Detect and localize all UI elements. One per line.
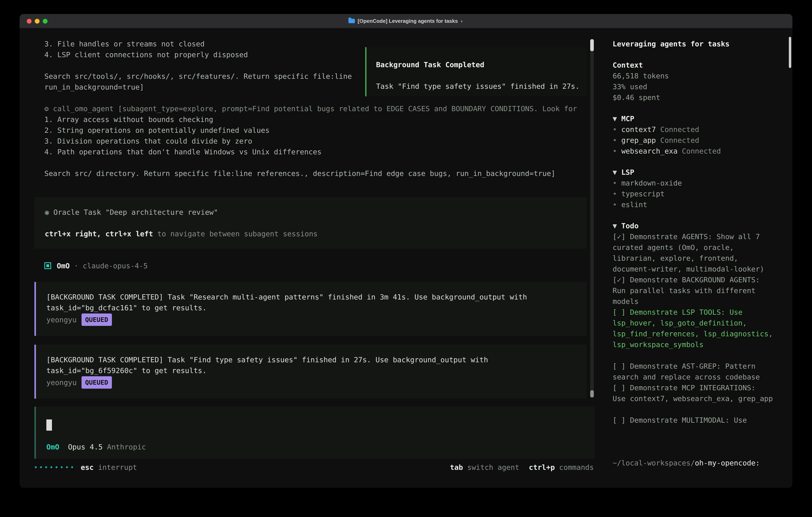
minimize-button[interactable] bbox=[35, 19, 39, 23]
session-title: Leveraging agents for tasks bbox=[613, 38, 780, 49]
status-left: esc interrupt bbox=[35, 463, 137, 471]
cmd-key-label: commands bbox=[555, 463, 594, 471]
notification-body: Task "Find type safety issues" finished … bbox=[376, 81, 577, 91]
workspace-prefix: ~/local-workspaces/ bbox=[613, 459, 695, 467]
todo-item: [ ] Demonstrate AST-GREP: Pattern search… bbox=[613, 361, 780, 382]
moon-icon: ◐ bbox=[461, 18, 464, 24]
window-title: [OpenCode] Leveraging agents for tasks bbox=[358, 18, 458, 24]
mcp-heading: ▼ MCP bbox=[613, 113, 780, 124]
window-title-group: [OpenCode] Leveraging agents for tasks ◐ bbox=[348, 18, 464, 24]
gear-icon: ⚙ bbox=[45, 104, 49, 113]
mcp-item: • websearch_exa Connected bbox=[613, 145, 780, 156]
input-model-info: OmO Opus 4.5 Anthropic bbox=[46, 441, 146, 452]
todo-heading: ▼ Todo bbox=[613, 220, 780, 231]
bullet-icon: • bbox=[613, 125, 621, 134]
agent-separator: · bbox=[70, 262, 83, 270]
esc-key-hint: esc bbox=[81, 463, 94, 471]
mcp-item: • grep_app Connected bbox=[613, 135, 780, 145]
bullet-icon: • bbox=[613, 147, 621, 155]
context-spent: $0.46 spent bbox=[613, 92, 780, 103]
agent-name: OmO bbox=[57, 262, 70, 270]
context-section: Context 66,518 tokens 33% used $0.46 spe… bbox=[613, 60, 780, 103]
notification-title: Background Task Completed bbox=[376, 59, 577, 70]
opencode-window: [OpenCode] Leveraging agents for tasks ◐… bbox=[20, 14, 792, 488]
status-bar: esc interrupt tab switch agent ctrl+p co… bbox=[20, 462, 604, 472]
todo-item: [ ] Demonstrate LSP TOOLS: Use lsp_hover… bbox=[613, 307, 780, 350]
blank-line bbox=[45, 218, 576, 228]
oracle-task-title: ◉ Oracle Task "Deep architecture review" bbox=[45, 207, 576, 218]
close-button[interactable] bbox=[27, 19, 32, 23]
input-provider: Anthropic bbox=[107, 443, 146, 451]
status-badge: QUEUED bbox=[82, 314, 112, 326]
todo-item: [ ] Demonstrate MCP INTEGRATIONS: Use co… bbox=[613, 382, 780, 404]
scrollbar-thumb[interactable] bbox=[590, 390, 594, 398]
agent-model: claude-opus-4-5 bbox=[83, 262, 148, 270]
lsp-section: ▼ LSP • markdown-oxide • typescript • es… bbox=[613, 167, 780, 210]
oracle-hint: ctrl+x right, ctrl+x left to navigate be… bbox=[45, 228, 576, 239]
message-author: yeongyu bbox=[46, 314, 77, 325]
prompt-input[interactable]: OmO Opus 4.5 Anthropic bbox=[34, 407, 594, 459]
message-text: task_id="bg_6f59260c" to get results. bbox=[46, 365, 576, 376]
zoom-button[interactable] bbox=[43, 19, 48, 23]
main-scrollbar[interactable] bbox=[590, 39, 594, 398]
bullet-icon: • bbox=[613, 179, 621, 187]
bullet-icon: • bbox=[613, 190, 621, 198]
chevron-down-icon: ▼ bbox=[613, 168, 621, 176]
terminal-line: Search src/ directory. Return specific f… bbox=[20, 168, 604, 179]
message-block: [BACKGROUND TASK COMPLETED] Task "Resear… bbox=[34, 282, 587, 336]
sidebar: Leveraging agents for tasks Context 66,5… bbox=[604, 28, 792, 488]
agent-header: OmO · claude-opus-4-5 bbox=[20, 260, 604, 271]
sidebar-scrollbar-thumb[interactable] bbox=[789, 37, 791, 68]
terminal-line: 3. Division operations that could divide… bbox=[20, 136, 604, 146]
message-text: task_id="bg_dcfac161" to get results. bbox=[46, 302, 576, 313]
screen: [OpenCode] Leveraging agents for tasks ◐… bbox=[0, 0, 812, 517]
terminal-pane: 3. File handles or streams not closed 4.… bbox=[20, 28, 604, 488]
text-cursor bbox=[46, 419, 52, 431]
cmd-key-hint: ctrl+p bbox=[529, 463, 555, 471]
input-agent: OmO bbox=[46, 443, 59, 451]
scrollbar-thumb[interactable] bbox=[590, 39, 594, 51]
spinner-dots bbox=[35, 466, 73, 468]
workspace-repo: oh-my-opencode: bbox=[695, 459, 760, 467]
mcp-section: ▼ MCP • context7 Connected • grep_app Co… bbox=[613, 113, 780, 156]
oracle-task-panel: ◉ Oracle Task "Deep architecture review"… bbox=[34, 197, 587, 249]
message-text: [BACKGROUND TASK COMPLETED] Task "Resear… bbox=[46, 292, 576, 302]
lsp-item: • typescript bbox=[613, 188, 780, 199]
todo-item: [✓] Demonstrate BACKGROUND AGENTS: Run p… bbox=[613, 274, 780, 307]
titlebar: [OpenCode] Leveraging agents for tasks ◐ bbox=[20, 14, 792, 28]
terminal-line: 2. String operations on potentially unde… bbox=[20, 125, 604, 136]
tab-key-label: switch agent bbox=[463, 463, 519, 471]
terminal-line: 1. Array access without bounds checking bbox=[20, 114, 604, 125]
tab-key-hint: tab bbox=[450, 463, 463, 471]
bullet-icon: • bbox=[613, 136, 621, 144]
agent-square-icon bbox=[45, 262, 51, 269]
message-meta: yeongyu QUEUED bbox=[46, 376, 576, 389]
context-used: 33% used bbox=[613, 81, 780, 92]
traffic-lights bbox=[27, 14, 48, 28]
oracle-icon: ◉ bbox=[45, 208, 49, 216]
todo-section: ▼ Todo [✓] Demonstrate AGENTS: Show all … bbox=[613, 220, 780, 426]
lsp-item: • eslint bbox=[613, 199, 780, 210]
context-heading: Context bbox=[613, 60, 780, 71]
esc-key-label: interrupt bbox=[94, 463, 137, 471]
mcp-item: • context7 Connected bbox=[613, 124, 780, 135]
message-block: [BACKGROUND TASK COMPLETED] Task "Find t… bbox=[34, 345, 587, 399]
tool-call-line: ⚙ call_omo_agent [subagent_type=explore,… bbox=[20, 103, 604, 114]
todo-item: [✓] Demonstrate AGENTS: Show all 7 curat… bbox=[613, 231, 780, 274]
chevron-down-icon: ▼ bbox=[613, 221, 621, 230]
bullet-icon: • bbox=[613, 200, 621, 209]
folder-icon bbox=[348, 19, 355, 23]
message-text: [BACKGROUND TASK COMPLETED] Task "Find t… bbox=[46, 354, 576, 365]
chevron-down-icon: ▼ bbox=[613, 114, 621, 123]
status-badge: QUEUED bbox=[82, 376, 112, 389]
lsp-heading: ▼ LSP bbox=[613, 167, 780, 178]
message-meta: yeongyu QUEUED bbox=[46, 313, 576, 326]
status-right: tab switch agent ctrl+p commands bbox=[450, 463, 594, 471]
message-author: yeongyu bbox=[46, 377, 77, 388]
input-model: Opus 4.5 bbox=[59, 443, 107, 451]
context-tokens: 66,518 tokens bbox=[613, 71, 780, 81]
workspace-path: ~/local-workspaces/oh-my-opencode: maste… bbox=[613, 436, 780, 488]
blank-line bbox=[20, 157, 604, 168]
lsp-item: • markdown-oxide bbox=[613, 178, 780, 188]
background-task-notification: Background Task Completed Task "Find typ… bbox=[365, 47, 587, 97]
